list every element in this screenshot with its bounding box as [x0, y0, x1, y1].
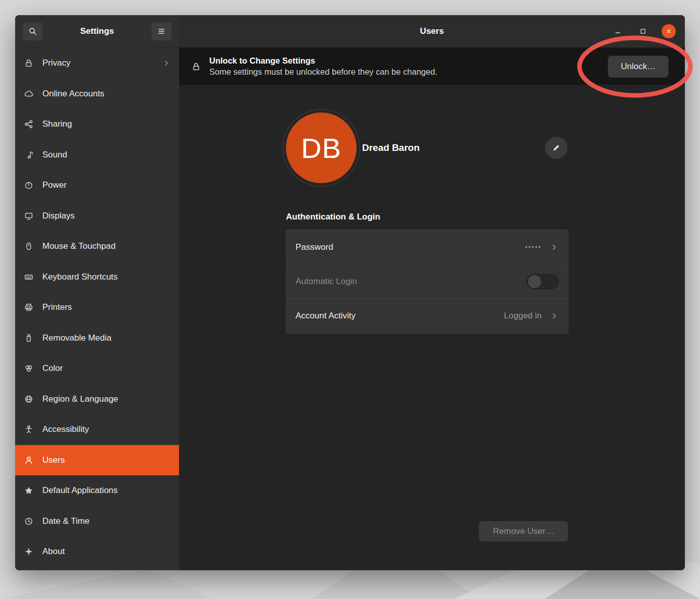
- clock-icon: [24, 516, 34, 526]
- user-avatar: DB: [286, 113, 357, 183]
- sidebar-item-label: Privacy: [42, 58, 71, 68]
- sidebar-list: Privacy Online Accounts Sharing Sound Po…: [15, 48, 179, 570]
- sidebar-item-label: Online Accounts: [42, 89, 104, 99]
- close-icon: [665, 28, 672, 35]
- chevron-right-icon: [550, 243, 559, 252]
- users-content: DB Dread Baron Authentication & Login Pa…: [179, 85, 685, 570]
- sidebar-item-privacy[interactable]: Privacy: [15, 48, 179, 79]
- sidebar-item-label: Mouse & Touchpad: [42, 241, 115, 251]
- infobar-title: Unlock to Change Settings: [209, 56, 437, 66]
- account-activity-row[interactable]: Account Activity Logged in: [286, 299, 568, 333]
- account-activity-value: Logged in: [504, 311, 542, 321]
- main-panel: Users Unlock to Change Settings Some set…: [179, 15, 685, 570]
- page-title: Users: [179, 26, 685, 36]
- window-controls: [611, 24, 685, 38]
- lock-icon: [24, 58, 34, 68]
- sidebar-item-users[interactable]: Users: [15, 445, 179, 476]
- sidebar-item-sound[interactable]: Sound: [15, 140, 179, 171]
- search-button[interactable]: [22, 22, 43, 41]
- sidebar-item-online-accounts[interactable]: Online Accounts: [15, 79, 179, 110]
- chevron-right-icon: [162, 59, 170, 67]
- sound-icon: [24, 150, 34, 160]
- sidebar-item-sharing[interactable]: Sharing: [15, 109, 179, 140]
- row-value: •••••: [525, 243, 559, 252]
- user-name: Dread Baron: [362, 142, 420, 153]
- sidebar-item-label: Power: [42, 180, 67, 190]
- lock-icon: [191, 62, 201, 72]
- users-icon: [24, 455, 34, 465]
- maximize-icon: [639, 27, 647, 35]
- sidebar-item-default-applications[interactable]: Default Applications: [15, 475, 179, 506]
- close-button[interactable]: [662, 24, 676, 38]
- sidebar-item-label: Date & Time: [42, 516, 90, 526]
- sidebar-item-date-time[interactable]: Date & Time: [15, 506, 179, 537]
- sparkle-icon: [24, 547, 34, 557]
- hamburger-menu-icon: [157, 27, 166, 36]
- chevron-right-icon: [550, 311, 559, 320]
- sidebar-item-label: Sound: [42, 150, 67, 160]
- minimize-button[interactable]: [611, 25, 624, 38]
- star-icon: [24, 485, 34, 496]
- row-label: Automatic Login: [296, 277, 357, 287]
- display-icon: [24, 211, 34, 221]
- sidebar-item-label: Default Applications: [42, 485, 118, 496]
- auth-section-title: Authentication & Login: [286, 212, 380, 222]
- row-label: Account Activity: [296, 311, 356, 321]
- globe-icon: [24, 394, 34, 404]
- sidebar-item-label: Color: [42, 363, 63, 373]
- menu-button[interactable]: [151, 22, 172, 41]
- infobar-text: Unlock to Change Settings Some settings …: [209, 56, 437, 77]
- automatic-login-row: Automatic Login: [286, 264, 568, 299]
- accessibility-icon: [24, 424, 34, 434]
- removable-media-icon: [24, 333, 34, 343]
- pencil-icon: [552, 143, 561, 152]
- cloud-icon: [24, 89, 34, 99]
- sidebar-item-label: Removable Media: [42, 333, 111, 343]
- search-icon: [28, 27, 37, 36]
- sidebar-item-region-language[interactable]: Region & Language: [15, 384, 179, 415]
- infobar-subtitle: Some settings must be unlocked before th…: [209, 67, 437, 77]
- sidebar-item-label: Users: [42, 455, 65, 465]
- sidebar-item-printers[interactable]: Printers: [15, 292, 179, 323]
- remove-user-button[interactable]: Remove User…: [479, 521, 568, 542]
- sidebar-item-label: Region & Language: [42, 394, 118, 404]
- sidebar-item-color[interactable]: Color: [15, 353, 179, 384]
- keyboard-icon: [24, 272, 34, 282]
- row-value: Logged in: [504, 311, 559, 321]
- settings-window: Settings Privacy Online Accounts Sharing: [15, 15, 685, 570]
- sidebar: Settings Privacy Online Accounts Sharing: [15, 15, 179, 570]
- sidebar-item-label: Displays: [42, 211, 75, 221]
- color-icon: [24, 363, 34, 373]
- sidebar-item-about[interactable]: About: [15, 536, 179, 567]
- sidebar-item-keyboard-shortcuts[interactable]: Keyboard Shortcuts: [15, 262, 179, 293]
- automatic-login-toggle[interactable]: [527, 274, 559, 289]
- maximize-button[interactable]: [636, 25, 650, 38]
- sidebar-item-removable-media[interactable]: Removable Media: [15, 323, 179, 354]
- sidebar-title: Settings: [80, 26, 114, 36]
- sidebar-item-label: Sharing: [42, 119, 72, 129]
- sidebar-item-label: Printers: [42, 302, 72, 312]
- sidebar-item-mouse-touchpad[interactable]: Mouse & Touchpad: [15, 231, 179, 262]
- sidebar-item-accessibility[interactable]: Accessibility: [15, 414, 179, 445]
- row-label: Password: [296, 242, 333, 252]
- unlock-button[interactable]: Unlock…: [608, 56, 669, 78]
- mouse-icon: [24, 241, 34, 251]
- desktop-shape: [0, 569, 212, 599]
- share-icon: [24, 119, 34, 129]
- edit-name-button[interactable]: [545, 136, 568, 159]
- sidebar-item-label: Keyboard Shortcuts: [42, 272, 118, 282]
- avatar-initials: DB: [301, 132, 341, 165]
- unlock-infobar: Unlock to Change Settings Some settings …: [179, 48, 685, 85]
- headerbar: Users: [179, 15, 685, 48]
- toggle-knob: [528, 275, 541, 288]
- sidebar-item-power[interactable]: Power: [15, 170, 179, 201]
- sidebar-item-label: About: [42, 547, 65, 557]
- minimize-icon: [614, 27, 622, 35]
- sidebar-item-displays[interactable]: Displays: [15, 201, 179, 232]
- password-dots: •••••: [525, 243, 542, 251]
- power-icon: [24, 180, 34, 190]
- printer-icon: [24, 302, 34, 312]
- sidebar-header: Settings: [15, 15, 179, 48]
- password-row[interactable]: Password •••••: [286, 230, 568, 264]
- auth-listbox: Password ••••• Automatic Login Account A…: [286, 230, 568, 334]
